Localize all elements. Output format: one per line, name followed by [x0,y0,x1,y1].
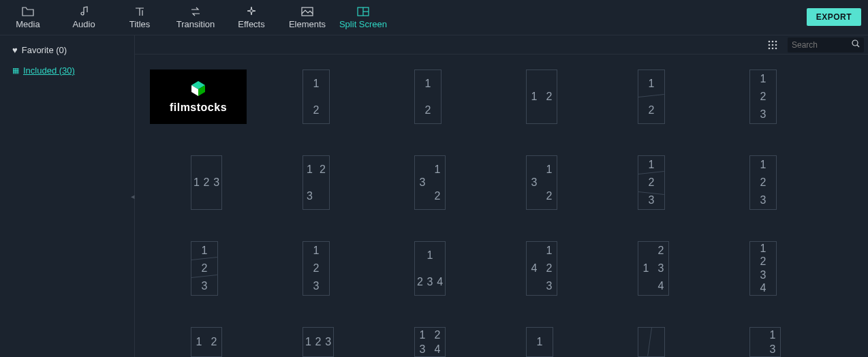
tab-split-screen[interactable]: Split Screen [335,0,391,35]
view-grid-toggle[interactable] [764,37,781,53]
layout-cell: 12 [485,69,597,155]
split-layout-thumb[interactable]: 123 [191,155,222,210]
layout-region: 3 [653,260,668,277]
split-layout-thumb[interactable]: 1 [526,327,553,357]
split-layout-thumb[interactable]: 13 [749,327,781,357]
split-layout-thumb[interactable]: 132 [414,155,446,210]
layout-region: 2 [415,97,441,123]
svg-point-8 [772,44,774,46]
svg-point-13 [852,40,858,46]
layouts-grid: filmstocks121212121231231231321321231231… [150,69,861,357]
layout-region: 1 [415,328,430,342]
layout-region: 2 [542,70,557,123]
export-button[interactable]: EXPORT [807,8,861,26]
folder-icon [22,5,34,18]
split-layout-thumb[interactable]: 123 [191,241,218,296]
layout-region: 3 [415,342,430,356]
search-box[interactable] [788,37,864,52]
split-layout-thumb[interactable]: 12 [303,69,330,124]
split-layout-thumb[interactable]: 123 [303,327,334,357]
split-layout-thumb[interactable]: 123 [303,155,330,210]
layout-region: 4 [750,282,776,296]
split-layout-thumb[interactable]: 123 [749,69,777,124]
layout-region: 4 [653,277,668,295]
sidebar-item-included[interactable]: ▦ Included (30) [0,60,134,80]
layouts-grid-area: filmstocks121212121231231231321321231231… [135,55,868,357]
filmstocks-logo-text: filmstocks [170,102,227,114]
tab-label: Transition [176,19,215,29]
tab-titles[interactable]: Titles [112,0,168,35]
split-layout-thumb[interactable]: 123 [303,241,330,296]
layout-region: 1 [527,328,553,356]
split-layout-thumb[interactable]: 123 [749,155,777,210]
sparkle-icon [246,5,257,18]
layout-region: 2 [430,183,445,209]
swap-icon [189,5,202,18]
layout-region: 1 [191,156,202,209]
layout-region: 2 [653,242,668,260]
layout-region: 4 [527,242,542,295]
svg-point-7 [769,44,771,46]
sidebar-item-label: Favorite (0) [22,45,67,55]
layout-region: 4 [435,268,445,295]
split-layout-thumb[interactable]: 1234 [749,241,777,296]
layout-region: 1 [191,328,206,356]
svg-point-5 [772,40,774,42]
layout-cell: 1 [485,327,597,357]
tab-media[interactable]: Media [0,0,56,35]
split-layout-thumb[interactable]: 12 [191,327,222,357]
layout-region: 2 [415,268,425,295]
layout-region: 2 [750,88,776,106]
tab-elements[interactable]: Elements [279,0,335,35]
split-layout-thumb[interactable]: 1234 [414,241,446,296]
search-input[interactable] [792,40,846,50]
layout-region: 1 [542,156,557,183]
tab-transition[interactable]: Transition [168,0,223,35]
layout-region: 2 [303,260,329,277]
split-layout-thumb[interactable]: 1423 [526,241,557,296]
filmstocks-cube-icon [189,80,207,97]
layout-region: 3 [527,156,542,209]
split-layout-thumb[interactable]: 12 [414,69,441,124]
layout-cell: 123 [709,69,820,155]
tab-label: Effects [238,19,265,29]
top-toolbar: Media Audio Titles Transition Effects El… [0,0,868,35]
layout-region: 1 [303,156,316,183]
layout-cell: 12 [150,327,262,357]
layout-region: 3 [750,106,776,123]
layout-cell: 132 [373,155,485,241]
layout-region: 3 [323,328,333,356]
layout-cell: 123 [709,155,820,241]
layout-region [750,328,765,356]
layout-region: 3 [191,277,217,295]
layout-cell: 12 [597,69,709,155]
tab-effects[interactable]: Effects [223,0,279,35]
layout-region: 3 [303,277,329,295]
heart-icon: ♥ [12,45,18,55]
layout-region: 1 [303,328,313,356]
layout-region: 2 [542,183,557,209]
split-layout-thumb[interactable]: 1234 [414,327,446,357]
tab-label: Titles [129,19,151,29]
layout-region: 1 [750,156,776,174]
tab-label: Split Screen [339,19,387,29]
layout-cell: 1234 [709,241,820,327]
tab-audio[interactable]: Audio [56,0,112,35]
layout-region: 2 [430,328,445,342]
split-layout-thumb[interactable]: 12 [526,69,557,124]
sidebar-item-favorite[interactable]: ♥ Favorite (0) [0,40,134,60]
split-layout-thumb[interactable]: 12 [638,69,665,124]
layout-region: 3 [425,268,435,295]
split-layout-thumb[interactable]: 132 [526,155,557,210]
filmstocks-logo-tile[interactable]: filmstocks [150,69,247,124]
grid-icon: ▦ [12,66,19,75]
split-layout-thumb[interactable] [638,327,665,357]
split-layout-thumb[interactable]: 123 [638,155,665,210]
split-layout-thumb[interactable]: 1234 [638,241,669,296]
layout-region [638,328,651,356]
layout-region: 1 [303,70,329,97]
layout-region: 1 [638,156,664,174]
layout-region: 2 [750,174,776,191]
layout-icon [357,5,369,18]
svg-point-6 [775,40,777,42]
